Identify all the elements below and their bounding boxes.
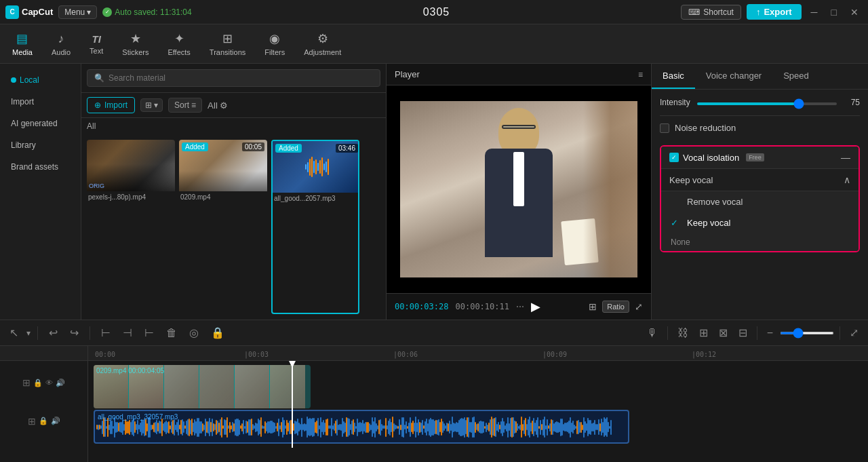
import-button[interactable]: ⊕ Import: [87, 97, 135, 113]
video-track[interactable]: 0209.mp4 00:00:04:05: [94, 365, 311, 408]
list-item[interactable]: Added 00:05 0209.mp4: [179, 140, 267, 314]
stabilize-button[interactable]: ◎: [185, 324, 203, 342]
split-button[interactable]: ⊢: [97, 324, 115, 342]
ruler-mark-0: 00:00: [95, 351, 244, 358]
sidebar-item-brand-assets[interactable]: Brand assets: [3, 157, 78, 177]
zoom-out-button[interactable]: −: [763, 324, 777, 342]
search-input[interactable]: [108, 73, 373, 83]
transitions-icon: ⊞: [222, 31, 233, 46]
toolbar-separator-3: [667, 326, 668, 340]
audio-volume-icon[interactable]: 🔊: [51, 417, 60, 425]
toolbar-filters[interactable]: ◉ Filters: [255, 28, 294, 59]
toolbar-audio[interactable]: ♪ Audio: [42, 29, 80, 59]
sidebar-item-import[interactable]: Import: [3, 92, 78, 112]
video-track-icons: ⊞ 🔒 👁 🔊: [22, 377, 65, 388]
toolbar-text[interactable]: TI Text: [80, 31, 113, 58]
check-mark-icon: ✓: [671, 218, 682, 228]
timecode-display: 0305: [197, 6, 676, 18]
undo-button[interactable]: ↩: [45, 324, 62, 342]
maximize-button[interactable]: □: [827, 5, 841, 19]
trim-left-button[interactable]: ⊣: [119, 324, 136, 342]
video-frame: [400, 101, 637, 277]
close-button[interactable]: ✕: [846, 5, 863, 19]
toolbar-stickers[interactable]: ★ Stickers: [113, 28, 158, 59]
tl-right-buttons: 🎙 ⛓ ⊞ ⊠ ⊟ − ⤢: [643, 324, 863, 342]
toolbar-effects[interactable]: ✦ Effects: [158, 28, 199, 59]
add-audio-icon[interactable]: ⊞: [28, 416, 36, 427]
timeline-dots: ⋯: [516, 302, 524, 311]
audio-track-label: ⊞ 🔒 🔊: [0, 404, 87, 438]
protect-button[interactable]: 🔒: [207, 324, 229, 342]
app-logo: C CapCut: [5, 5, 53, 19]
fullscreen-timeline-button[interactable]: ⤢: [846, 324, 863, 342]
audio-track[interactable]: all_good_mp3_32057.mp3 // Generate wavef…: [94, 410, 629, 444]
chevron-up-icon: ∧: [844, 174, 850, 185]
topbar: C CapCut Menu ▾ Auto saved: 11:31:04 030…: [0, 0, 868, 24]
option-keep-vocal[interactable]: ✓ Keep vocal: [661, 212, 859, 233]
player-menu-icon[interactable]: ≡: [638, 70, 643, 79]
player-video: [387, 85, 651, 293]
play-button[interactable]: ▶: [531, 299, 540, 314]
crop-icon[interactable]: ⊞: [589, 301, 597, 312]
list-item[interactable]: Added 03:46: [271, 140, 359, 314]
export-button[interactable]: ↑ Export: [747, 4, 802, 20]
minimize-button[interactable]: ─: [807, 5, 822, 19]
list-item[interactable]: ORIG pexels-j...80p).mp4: [87, 140, 175, 314]
sidebar-item-ai-generated[interactable]: AI generated: [3, 113, 78, 134]
toolbar-media[interactable]: ▤ Media: [3, 28, 42, 59]
lock-icon[interactable]: 🔒: [33, 379, 43, 387]
split-audio-button[interactable]: ⊟: [734, 324, 751, 342]
trim-right-button[interactable]: ⊢: [140, 324, 158, 342]
vocal-select-row[interactable]: Keep vocal ∧: [661, 168, 859, 191]
snap-button[interactable]: ⊞: [695, 324, 712, 342]
fullscreen-icon[interactable]: ⤢: [635, 301, 643, 312]
toolbar-adjustment[interactable]: ⚙ Adjustment: [294, 28, 351, 59]
audio-icon: ♪: [58, 32, 64, 46]
tab-voice-changer[interactable]: Voice changer: [695, 64, 772, 89]
media-actions: ⊕ Import ⊞ ▾ Sort ≡ All ⚙: [81, 93, 386, 118]
noise-reduction-row: Noise reduction: [660, 115, 860, 140]
media-icon: ▤: [16, 31, 28, 46]
option-remove-vocal[interactable]: Remove vocal: [661, 191, 859, 212]
tl-dropdown-icon[interactable]: ▾: [26, 328, 31, 338]
vocal-dropdown-menu: Remove vocal ✓ Keep vocal None: [661, 191, 859, 251]
view-toggle[interactable]: ⊞ ▾: [140, 98, 163, 112]
magnet-button[interactable]: ⊠: [715, 324, 732, 342]
intensity-row: Intensity 75: [660, 98, 860, 107]
right-panel: Basic Voice changer Speed Intensity 75 N…: [651, 64, 868, 320]
sidebar-item-local[interactable]: Local: [3, 70, 78, 90]
vocal-isolation-box: Vocal isolation Free — Keep vocal ∧ Remo…: [660, 145, 860, 252]
sort-button[interactable]: Sort ≡: [168, 98, 202, 113]
link-clip-button[interactable]: ⛓: [673, 324, 692, 342]
ratio-button[interactable]: Ratio: [602, 301, 629, 313]
intensity-slider[interactable]: [697, 102, 837, 105]
add-video-icon[interactable]: ⊞: [22, 377, 31, 388]
select-tool-button[interactable]: ↖: [5, 324, 22, 342]
tab-basic[interactable]: Basic: [652, 64, 695, 89]
audio-mute-icon[interactable]: 🔊: [56, 379, 65, 387]
shortcut-button[interactable]: ⌨ Shortcut: [681, 5, 741, 20]
toolbar-transitions[interactable]: ⊞ Transitions: [200, 28, 255, 59]
eye-icon[interactable]: 👁: [45, 379, 53, 387]
vocal-isolation-checkbox[interactable]: [669, 153, 679, 162]
vocal-dropdown-toggle[interactable]: —: [841, 152, 850, 163]
filter-all-button[interactable]: All ⚙: [208, 100, 228, 111]
media-thumbnail: Added 00:05: [179, 140, 267, 191]
zoom-slider[interactable]: [780, 332, 834, 334]
timeline-scroll[interactable]: 00:00 |00:03 |00:06 |00:09 |00:12 0209.m…: [88, 346, 868, 462]
sidebar-item-library[interactable]: Library: [3, 135, 78, 155]
noise-reduction-checkbox[interactable]: [660, 123, 669, 133]
audio-lock-icon[interactable]: 🔒: [39, 417, 48, 425]
mic-button[interactable]: 🎙: [643, 324, 662, 342]
player-area: Player ≡: [387, 64, 651, 320]
tab-speed[interactable]: Speed: [772, 64, 820, 89]
none-label: None: [661, 233, 859, 251]
redo-button[interactable]: ↪: [66, 324, 83, 342]
tracks-area: 0209.mp4 00:00:04:05: [88, 361, 868, 448]
delete-button[interactable]: 🗑: [162, 324, 181, 342]
vocal-isolation-header: Vocal isolation Free —: [661, 147, 859, 168]
plus-icon: ⊕: [94, 100, 101, 110]
menu-button[interactable]: Menu ▾: [58, 5, 97, 19]
time-current: 00:00:03:28: [395, 302, 448, 311]
grid-icon: ⊞: [145, 100, 152, 110]
